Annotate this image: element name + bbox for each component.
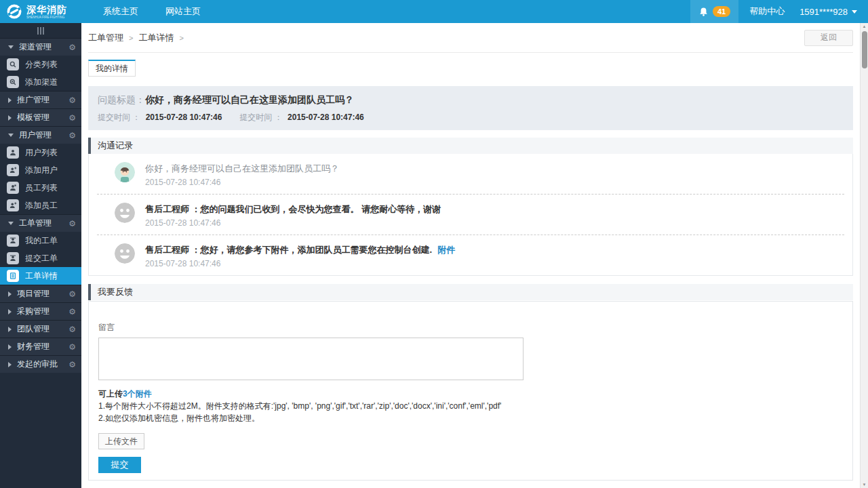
attachment-link[interactable]: 附件 [437,245,455,255]
account-menu[interactable]: 1591****928 [795,0,868,23]
upload-rule-2: 2.如您仅添加机密信息，附件也将加密处理。 [98,413,843,424]
sidebar-item-initiated-approvals[interactable]: 发起的审批 ⚙ [0,355,81,373]
staff-avatar [115,203,135,223]
message-row: 售后工程师 ：您好，请您参考下附件，添加团队员工需要您在控制台创建.附件 201… [97,235,844,275]
message-row: 你好，商务经理可以自己在这里添加团队员工吗？ 2015-07-28 10:47:… [97,154,844,194]
sidebar-item-channel-mgmt[interactable]: 渠道管理 ⚙ [0,38,81,56]
staff-avatar [115,243,135,264]
communication-messages: 你好，商务经理可以自己在这里添加团队员工吗？ 2015-07-28 10:47:… [88,154,853,276]
caret-right-icon [8,115,12,121]
sidebar-item-add-staff[interactable]: 添加员工 [0,197,81,214]
gear-icon[interactable]: ⚙ [68,114,76,122]
user-icon [7,146,19,159]
gear-icon[interactable]: ⚙ [68,43,76,52]
ticket-icon [7,252,19,264]
account-label: 1591****928 [800,7,848,17]
sidebar: 渠道管理 ⚙ 分类列表 添加渠道 推广管理 ⚙ 模板管理 ⚙ 用户管理 ⚙ 用户… [0,23,81,488]
question-title: 你好，商务经理可以自己在这里添加团队员工吗？ [145,94,354,105]
scroll-down-icon[interactable]: ▼ [861,481,868,488]
gear-icon[interactable]: ⚙ [68,343,76,351]
document-icon [7,270,19,282]
message-field-label: 留言 [98,322,843,333]
submit-time-label: 提交时间 ： [98,113,140,122]
gear-icon[interactable]: ⚙ [68,361,76,369]
brand-subtitle: SHENHUA FIRE-FIGHTING [26,16,64,19]
caret-down-icon [8,222,14,225]
sidebar-item-purchase-mgmt[interactable]: 采购管理 ⚙ [0,302,81,320]
upload-rule-1: 1.每个附件大小不得超过2M。附件支持的格式有:'jpg', 'bmp', 'p… [98,401,843,412]
sidebar-item-finance-mgmt[interactable]: 财务管理 ⚙ [0,338,81,355]
bell-icon [698,7,709,17]
back-button[interactable]: 返回 [804,30,853,46]
sidebar-item-add-channel[interactable]: 添加渠道 [0,73,81,91]
sidebar-item-project-mgmt[interactable]: 项目管理 ⚙ [0,285,81,302]
vertical-scrollbar[interactable]: ▲ ▼ [860,23,868,488]
notification-area[interactable]: 41 [690,0,738,23]
gear-icon[interactable]: ⚙ [68,131,76,140]
message-text: 售后工程师 ：您好，请您参考下附件，添加团队员工需要您在控制台创建.附件 [145,244,455,256]
breadcrumb-separator: > [129,34,133,42]
message-time: 2015-07-28 10:47:46 [145,218,441,228]
sidebar-item-my-tickets[interactable]: 我的工单 [0,232,81,249]
sidebar-item-ticket-mgmt[interactable]: 工单管理 ⚙ [0,214,81,232]
caret-right-icon [8,291,12,297]
caret-right-icon [8,309,12,314]
sidebar-item-promotion-mgmt[interactable]: 推广管理 ⚙ [0,91,81,108]
breadcrumb-separator: > [179,34,183,42]
upload-file-button[interactable]: 上传文件 [98,433,144,449]
submit-time-value: 2015-07-28 10:47:46 [146,113,222,122]
sidebar-item-template-mgmt[interactable]: 模板管理 ⚙ [0,108,81,126]
tab-my-detail[interactable]: 我的详情 [88,60,136,77]
menu-item-site-home[interactable]: 网站主页 [152,0,214,23]
feedback-panel: 留言 可上传3个附件 1.每个附件大小不得超过2M。附件支持的格式有:'jpg'… [88,301,853,481]
brand-logo: 深华消防 SHENHUA FIRE-FIGHTING [0,0,81,23]
staff-add-icon [7,199,19,211]
sidebar-item-user-list[interactable]: 用户列表 [0,144,81,161]
brand-name: 深华消防 [26,5,69,14]
sidebar-item-submit-ticket[interactable]: 提交工单 [0,249,81,267]
gear-icon[interactable]: ⚙ [68,325,76,333]
tab-strip: 我的详情 [88,53,853,77]
scroll-up-icon[interactable]: ▲ [861,23,868,30]
caret-down-icon [8,134,14,137]
submit-button[interactable]: 提交 [98,457,141,473]
upload-hint: 可上传3个附件 [98,388,843,400]
gear-icon[interactable]: ⚙ [68,290,76,298]
caret-right-icon [8,344,12,350]
search-icon [7,58,19,70]
sidebar-item-staff-list[interactable]: 员工列表 [0,179,81,197]
message-time: 2015-07-28 10:47:46 [145,178,339,187]
sidebar-item-category-list[interactable]: 分类列表 [0,56,81,73]
gear-icon[interactable]: ⚙ [68,220,76,228]
sidebar-item-team-mgmt[interactable]: 团队管理 ⚙ [0,320,81,338]
caret-right-icon [8,362,12,367]
sidebar-item-ticket-detail[interactable]: 工单详情 [0,267,81,285]
ticket-icon [7,235,19,247]
message-textarea[interactable] [98,338,524,380]
breadcrumb-ticket-mgmt[interactable]: 工单管理 [88,32,123,44]
scrollbar-thumb[interactable] [862,31,867,68]
logo-icon [5,3,23,20]
gear-icon[interactable]: ⚙ [68,308,76,316]
help-center-link[interactable]: 帮助中心 [738,0,795,23]
main-content: 工单管理 > 工单详情 > 返回 我的详情 问题标题：你好，商务经理可以自己在这… [81,23,868,488]
breadcrumb-ticket-detail[interactable]: 工单详情 [138,32,174,44]
gear-icon[interactable]: ⚙ [68,96,76,104]
message-text: 售后工程师 ：您的问题我们已收到，会尽快为您查看。 请您耐心等待，谢谢 [145,203,441,216]
sidebar-item-add-user[interactable]: 添加用户 [0,161,81,179]
breadcrumb: 工单管理 > 工单详情 > 返回 [88,23,853,53]
notification-count-badge[interactable]: 41 [713,6,730,17]
search-add-icon [7,76,19,88]
submit-time-label-2: 提交时间 ： [239,113,282,122]
topbar: 深华消防 SHENHUA FIRE-FIGHTING 系统主页 网站主页 41 … [0,0,868,23]
caret-right-icon [8,327,12,332]
attachment-count: 3个附件 [123,389,152,399]
communication-section-header: 沟通记录 [88,138,853,154]
topbar-right: 41 帮助中心 1591****928 [690,0,868,23]
menu-item-system-home[interactable]: 系统主页 [90,0,152,23]
message-row: 售后工程师 ：您的问题我们已收到，会尽快为您查看。 请您耐心等待，谢谢 2015… [97,194,844,235]
sidebar-item-user-mgmt[interactable]: 用户管理 ⚙ [0,126,81,144]
staff-icon [7,182,19,194]
sidebar-collapse-handle[interactable] [0,23,81,38]
question-panel: 问题标题：你好，商务经理可以自己在这里添加团队员工吗？ 提交时间 ： 2015-… [88,86,853,130]
